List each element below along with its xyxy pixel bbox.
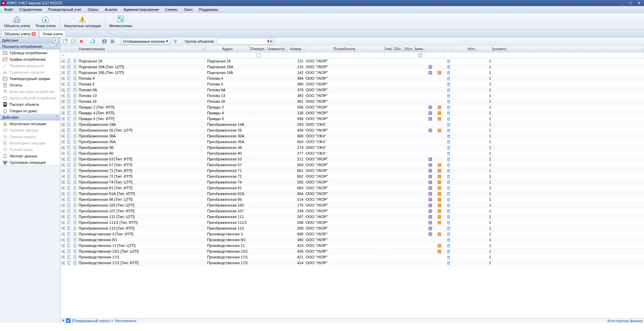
menu-file[interactable]: Файл <box>1 7 16 12</box>
table-row[interactable]: Преображенская 40Преображенская 40277ООО… <box>60 151 644 156</box>
col-ic2[interactable] <box>435 45 444 52</box>
col-comm[interactable]: Коммента... <box>268 45 287 52</box>
table-row[interactable]: Преображенская 86 [Тип: ЦТП]Преображенск… <box>60 197 644 202</box>
table-row[interactable]: Преображенская 111 [Тип: ЦТП]Преображенс… <box>60 214 644 220</box>
expand-icon[interactable] <box>60 89 66 92</box>
menu-admin[interactable]: Администрирование <box>121 7 162 12</box>
table-row[interactable]: Правды 4 [Тип: ИТП]Правды 4130ООО "УКОР"… <box>60 110 644 116</box>
sidebar-item[interactable]: Нештатные ситуации <box>0 120 60 127</box>
table-row[interactable]: Преображенская 35АПреображенская 35А693О… <box>60 139 644 145</box>
table-row[interactable]: Преображенская 81 [Тип: ИТП]Преображенск… <box>60 185 644 191</box>
print-icon[interactable] <box>109 38 116 45</box>
table-row[interactable]: Преображенская 57 [Тип: ИТП]Преображенск… <box>60 162 644 168</box>
expand-icon[interactable] <box>60 187 66 190</box>
expand-icon[interactable] <box>60 117 66 120</box>
expand-icon[interactable] <box>60 146 66 149</box>
expand-icon[interactable] <box>60 140 66 143</box>
table-row[interactable]: Преображенская 38Преображенская 38274ООО… <box>60 145 644 151</box>
table-row[interactable]: Попова 16Попова 16381ООО "УКЛР"1 <box>60 99 644 104</box>
table-row[interactable]: Преображенская 26 [Тип: ЦТП]Преображенск… <box>60 128 644 133</box>
table-row[interactable]: Подгорная 18А [Тип: ЦТП]Подгорная 18А115… <box>60 64 644 70</box>
expand-icon[interactable] <box>60 123 66 126</box>
expand-icon[interactable] <box>60 233 66 236</box>
sidebar-item[interactable]: Отчеты <box>0 82 60 88</box>
collapse-icon[interactable]: ▾ <box>53 38 58 43</box>
col-zim[interactable]: Зимн... <box>415 45 426 52</box>
btn-mnemo[interactable]: Мнемосхемы <box>107 14 135 29</box>
chevron-up-icon[interactable]: ˄ <box>56 44 58 48</box>
table-row[interactable]: Правды 6 [Тип: ИТП]Правды 6599ООО "УКОР"… <box>60 116 644 122</box>
expand-icon[interactable] <box>60 221 66 224</box>
table-row[interactable]: Преображенская 19АПреображенская 19А293О… <box>60 122 644 128</box>
sidebar-item[interactable]: Групповые операции <box>0 159 60 166</box>
filter-icon[interactable] <box>172 38 179 45</box>
expand-icon[interactable] <box>60 152 66 155</box>
expand-icon[interactable] <box>60 192 66 195</box>
table-row[interactable]: Подгорная 18Б [Тип: ЦТП]Подгорная 18Б142… <box>60 70 644 76</box>
table-row[interactable]: Подгорная 18Подгорная 18122ООО "УКОР"1 <box>60 58 644 64</box>
expand-icon[interactable] <box>60 169 66 172</box>
displayed-columns-dropdown[interactable]: Отображаемые колонки ▾ <box>121 38 170 45</box>
menu-refs[interactable]: Справочники <box>17 7 45 12</box>
clear-group-icon[interactable] <box>268 38 275 45</box>
expand-icon[interactable] <box>60 158 66 161</box>
expand-icon[interactable] <box>60 83 66 86</box>
sidebar-item[interactable]: Экспорт данных <box>0 153 60 159</box>
col-obs2[interactable]: Обсл... <box>404 45 415 52</box>
col-num[interactable]: Номер <box>287 45 305 52</box>
filter-check[interactable] <box>66 318 71 323</box>
table-row[interactable]: Производственная 17/2 [Тип: ИТП]Производ… <box>60 260 644 266</box>
expand-icon[interactable] <box>60 163 66 167</box>
col-type2[interactable] <box>72 45 78 52</box>
menu-analysis[interactable]: Анализ <box>102 7 120 12</box>
table-row[interactable]: Преображенская 111/1 [Тип: ИТП]Преображе… <box>60 220 644 226</box>
table-row[interactable]: Производственная 17/1Производственная 17… <box>60 254 644 260</box>
chevron-up-icon[interactable]: ˄ <box>56 115 58 119</box>
expand-icon[interactable] <box>60 198 66 201</box>
table-row[interactable]: Попова 8АПопова 8А379ООО "УКЛР"1 <box>60 87 644 93</box>
menu-window[interactable]: Окно <box>181 7 196 12</box>
expand-icon[interactable] <box>60 135 66 138</box>
save-icon[interactable] <box>101 38 108 45</box>
zim-filter-checkbox[interactable] <box>418 53 422 57</box>
col-cons[interactable]: Потребитель <box>305 45 384 52</box>
col-isp[interactable]: Исп... <box>453 45 492 52</box>
expand-icon[interactable] <box>60 106 66 109</box>
btn-objects[interactable]: Объекты учета <box>1 14 33 29</box>
table-row[interactable]: Преображенская 103 [Тип: ЦТП]Преображенс… <box>60 202 644 208</box>
sidebar-item[interactable]: Температурный график <box>0 75 60 82</box>
menu-poll[interactable]: Опрос <box>85 7 101 12</box>
sidebar-item[interactable]: Таблица потребления <box>0 50 60 56</box>
expand-icon[interactable] <box>60 181 66 184</box>
table-row[interactable]: Преображенская 30АПреображенская 30А668О… <box>60 133 644 139</box>
tab-objects[interactable]: Объекты учета ✕ <box>1 30 39 37</box>
table-row[interactable]: Преображенская 72 [Тип: ИТП]Преображенск… <box>60 174 644 179</box>
expand-icon[interactable] <box>60 244 66 247</box>
table-row[interactable]: Преображенская 74 [Тип: ЦТП]Преображенск… <box>60 179 644 185</box>
table-row[interactable]: Преображенская 53 [Тип: ИТП]Преображенск… <box>60 156 644 162</box>
min-button[interactable]: _ <box>618 1 626 5</box>
btn-abnormal[interactable]: Нештатные ситуации <box>61 14 104 29</box>
close-icon[interactable]: ✕ <box>32 32 36 36</box>
expand-icon[interactable] <box>60 129 66 132</box>
expand-icon[interactable] <box>60 215 66 218</box>
table-row[interactable]: Производственная 3 [Тип: ИТП]Производств… <box>60 231 644 237</box>
table-row[interactable]: Попова 13Попова 13383ООО "УКЛР"1 <box>60 93 644 99</box>
sidebar-item[interactable]: Сводка по дому <box>0 108 60 114</box>
max-button[interactable]: □ <box>627 1 634 5</box>
menu-service[interactable]: Сервис <box>162 7 181 12</box>
col-ic3[interactable] <box>444 45 453 52</box>
table-row[interactable]: Преображенская 71 [Тип: ИТП]Преображенск… <box>60 168 644 174</box>
edit-icon[interactable] <box>70 38 77 45</box>
table-row[interactable]: Производственная 8/1Производственная 8/1… <box>60 237 644 243</box>
table-row[interactable]: Производственная 11 [Тип: ЦТП]Производст… <box>60 243 644 249</box>
table-row[interactable]: Преображенская 81А [Тип: ИТП]Преображенс… <box>60 191 644 197</box>
expand-icon[interactable] <box>60 227 66 230</box>
col-type1[interactable] <box>66 45 72 52</box>
col-addr[interactable]: Адрес <box>206 45 249 52</box>
expand-icon[interactable] <box>60 238 66 241</box>
expand-icon[interactable] <box>60 100 66 103</box>
menu-support[interactable]: Поддержка <box>196 7 221 12</box>
col-name[interactable]: Наименование△ <box>78 45 206 52</box>
expand-icon[interactable] <box>60 204 66 207</box>
